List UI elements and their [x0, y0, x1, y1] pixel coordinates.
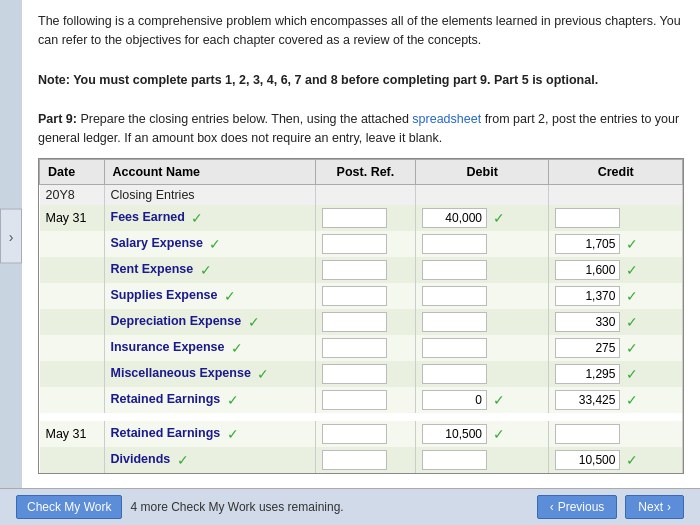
previous-button[interactable]: ‹ Previous — [537, 495, 618, 519]
date-cell: May 31 — [40, 205, 105, 231]
credit-cell-td: ✓ — [549, 309, 683, 335]
postref-cell[interactable] — [315, 421, 415, 447]
table-row: Insurance Expense ✓ — [40, 335, 683, 361]
debit-input[interactable] — [422, 208, 487, 228]
credit-cell-td: ✓ — [549, 257, 683, 283]
account-cell: Depreciation Expense ✓ — [104, 309, 315, 335]
postref-input[interactable] — [322, 424, 387, 444]
postref-input[interactable] — [322, 260, 387, 280]
account-name: Supplies Expense — [111, 288, 218, 302]
debit-cell — [415, 231, 548, 257]
postref-input[interactable] — [322, 390, 387, 410]
left-arrow-nav[interactable]: › — [0, 209, 22, 264]
account-name: Dividends — [111, 452, 171, 466]
account-name: Retained Earnings — [111, 392, 221, 406]
date-cell: May 31 — [40, 421, 105, 447]
debit-input[interactable] — [422, 450, 487, 470]
credit-input[interactable] — [555, 208, 620, 228]
account-cell: Retained Earnings ✓ — [104, 387, 315, 413]
postref-input[interactable] — [322, 450, 387, 470]
year-cell: 20Y8 — [40, 184, 105, 205]
postref-cell[interactable] — [315, 309, 415, 335]
credit-input[interactable] — [555, 286, 620, 306]
debit-input[interactable] — [422, 286, 487, 306]
postref-cell[interactable] — [315, 231, 415, 257]
account-cell: Miscellaneous Expense ✓ — [104, 361, 315, 387]
check-icon: ✓ — [200, 262, 212, 278]
table-row: Salary Expense ✓ — [40, 231, 683, 257]
next-chevron-icon: › — [667, 500, 671, 514]
postref-cell[interactable] — [315, 283, 415, 309]
postref-cell[interactable] — [315, 257, 415, 283]
account-cell: Fees Earned ✓ — [104, 205, 315, 231]
debit-input[interactable] — [422, 260, 487, 280]
credit-check-icon: ✓ — [626, 452, 638, 468]
note-paragraph: Note: You must complete parts 1, 2, 3, 4… — [38, 71, 684, 90]
debit-cell — [415, 283, 548, 309]
debit-input[interactable] — [422, 338, 487, 358]
credit-cell-td: ✓ — [549, 335, 683, 361]
previous-label: Previous — [558, 500, 605, 514]
debit-input[interactable] — [422, 424, 487, 444]
credit-check-icon: ✓ — [626, 366, 638, 382]
debit-cell — [415, 309, 548, 335]
postref-input[interactable] — [322, 286, 387, 306]
postref-cell[interactable] — [315, 335, 415, 361]
table-row: Rent Expense ✓ — [40, 257, 683, 283]
debit-cell — [415, 257, 548, 283]
credit-check-icon: ✓ — [626, 340, 638, 356]
part9-text1: Prepare the closing entries below. Then,… — [80, 112, 412, 126]
check-icon: ✓ — [227, 392, 239, 408]
debit-input[interactable] — [422, 234, 487, 254]
credit-input[interactable] — [555, 364, 620, 384]
postref-input[interactable] — [322, 364, 387, 384]
check-icon: ✓ — [209, 236, 221, 252]
spreadsheet-link[interactable]: spreadsheet — [412, 112, 481, 126]
credit-check-icon: ✓ — [626, 288, 638, 304]
debit-input[interactable] — [422, 364, 487, 384]
bottom-bar: Check My Work 4 more Check My Work uses … — [0, 488, 700, 525]
part9-label: Part 9: — [38, 112, 77, 126]
debit-blank1 — [415, 184, 548, 205]
date-cell — [40, 335, 105, 361]
postref-input[interactable] — [322, 234, 387, 254]
account-name: Retained Earnings — [111, 426, 221, 440]
credit-cell-td — [549, 205, 683, 231]
debit-input[interactable] — [422, 390, 487, 410]
credit-input[interactable] — [555, 338, 620, 358]
postref-cell[interactable] — [315, 447, 415, 473]
date-cell — [40, 283, 105, 309]
postref-blank1 — [315, 184, 415, 205]
header-credit: Credit — [549, 159, 683, 184]
credit-check-icon: ✓ — [626, 314, 638, 330]
table-row: Depreciation Expense ✓ — [40, 309, 683, 335]
next-button[interactable]: Next › — [625, 495, 684, 519]
credit-input[interactable] — [555, 424, 620, 444]
table-row: Retained Earnings ✓ ✓ — [40, 387, 683, 413]
credit-cell-td: ✓ — [549, 447, 683, 473]
bottom-left: Check My Work 4 more Check My Work uses … — [16, 495, 344, 519]
closing-label-cell: Closing Entries — [104, 184, 315, 205]
debit-check-icon: ✓ — [493, 210, 505, 226]
postref-input[interactable] — [322, 208, 387, 228]
debit-cell — [415, 335, 548, 361]
credit-input[interactable] — [555, 450, 620, 470]
debit-check-icon: ✓ — [493, 426, 505, 442]
postref-cell[interactable] — [315, 387, 415, 413]
check-icon: ✓ — [227, 426, 239, 442]
check-my-work-button[interactable]: Check My Work — [16, 495, 122, 519]
postref-input[interactable] — [322, 312, 387, 332]
postref-input[interactable] — [322, 338, 387, 358]
postref-cell[interactable] — [315, 205, 415, 231]
credit-cell-td — [549, 421, 683, 447]
account-cell: Insurance Expense ✓ — [104, 335, 315, 361]
date-cell — [40, 309, 105, 335]
check-icon: ✓ — [191, 210, 203, 226]
credit-input[interactable] — [555, 312, 620, 332]
credit-input[interactable] — [555, 260, 620, 280]
account-name: Rent Expense — [111, 262, 194, 276]
postref-cell[interactable] — [315, 361, 415, 387]
credit-input[interactable] — [555, 234, 620, 254]
credit-input[interactable] — [555, 390, 620, 410]
debit-input[interactable] — [422, 312, 487, 332]
